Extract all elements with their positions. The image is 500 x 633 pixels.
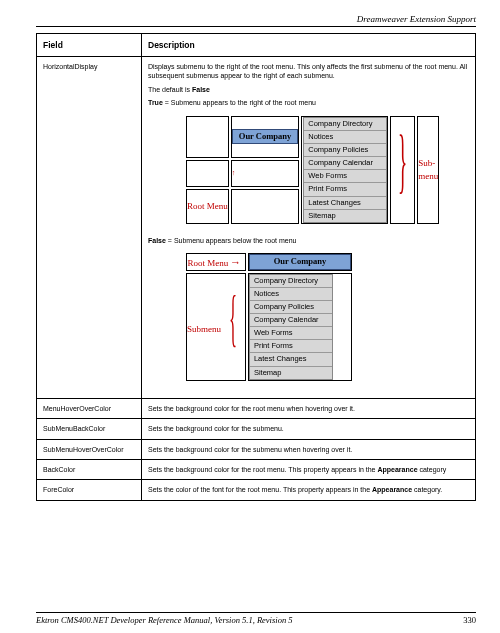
text: category.	[412, 486, 442, 493]
bottom-rule	[36, 612, 476, 613]
diagram-below: Root Menu → Our Company Submenu {	[184, 251, 469, 382]
submenu-label: Sub- menu	[418, 158, 438, 180]
desc-cell: Sets the color of the font for the root …	[142, 480, 476, 500]
text: Appearance	[372, 486, 412, 493]
menu-root: Our Company	[249, 254, 351, 269]
desc-cell: Sets the background color for the root m…	[142, 398, 476, 418]
diagram-right: Our Company Company Directory Notices Co…	[184, 114, 469, 226]
table-row: BackColor Sets the background color for …	[37, 459, 476, 479]
submenu-item: Sitemap	[304, 210, 386, 222]
field-cell: ForeColor	[37, 480, 142, 500]
submenu-list: Company Directory Notices Company Polici…	[249, 274, 333, 380]
text: False	[192, 86, 210, 93]
field-cell: MenuHoverOverColor	[37, 398, 142, 418]
diagram-layout: Root Menu → Our Company Submenu {	[184, 251, 354, 382]
menu-root: Our Company	[232, 129, 299, 144]
submenu-item: Company Directory	[250, 275, 332, 288]
footer: Ektron CMS400.NET Developer Reference Ma…	[36, 608, 476, 625]
text: = Submenu appears below the root menu	[166, 237, 297, 244]
submenu-item: Company Calendar	[250, 314, 332, 327]
root-menu-label: Root Menu	[187, 201, 228, 211]
col-desc: Description	[142, 34, 476, 57]
text: Appearance	[377, 466, 417, 473]
submenu-item: Company Policies	[250, 301, 332, 314]
desc-para: False = Submenu appears below the root m…	[148, 236, 469, 245]
desc-cell: Sets the background color for the submen…	[142, 439, 476, 459]
text: Sets the color of the font for the root …	[148, 486, 372, 493]
text: True	[148, 99, 163, 106]
text: The default is	[148, 86, 192, 93]
page-number: 330	[463, 615, 476, 625]
submenu-item: Company Calendar	[304, 157, 386, 170]
text: = Submenu appears to the right of the ro…	[163, 99, 316, 106]
submenu-item: Notices	[304, 131, 386, 144]
field-cell: BackColor	[37, 459, 142, 479]
desc-cell: Sets the background color for the root m…	[142, 459, 476, 479]
text: False	[148, 237, 166, 244]
submenu-item: Sitemap	[250, 367, 332, 379]
submenu-item: Web Forms	[304, 170, 386, 183]
desc-cell: Displays submenu to the right of the roo…	[142, 57, 476, 399]
table-header-row: Field Description	[37, 34, 476, 57]
col-field: Field	[37, 34, 142, 57]
table-row: SubMenuBackColor Sets the background col…	[37, 419, 476, 439]
desc-para: Displays submenu to the right of the roo…	[148, 62, 469, 81]
table-row: SubMenuHoverOverColor Sets the backgroun…	[37, 439, 476, 459]
properties-table: Field Description HorizontalDisplay Disp…	[36, 33, 476, 501]
submenu-label: Submenu	[187, 324, 221, 334]
arrow-up-icon: ↑	[231, 160, 300, 187]
table-row: HorizontalDisplay Displays submenu to th…	[37, 57, 476, 399]
table-row: ForeColor Sets the color of the font for…	[37, 480, 476, 500]
desc-para: The default is False	[148, 85, 469, 94]
footer-text: Ektron CMS400.NET Developer Reference Ma…	[36, 615, 293, 625]
top-rule	[36, 26, 476, 27]
submenu-item: Web Forms	[250, 327, 332, 340]
field-cell: SubMenuBackColor	[37, 419, 142, 439]
desc-cell: Sets the background color for the submen…	[142, 419, 476, 439]
submenu-item: Latest Changes	[250, 353, 332, 366]
diagram-layout: Our Company Company Directory Notices Co…	[184, 114, 441, 226]
submenu-item: Latest Changes	[304, 197, 386, 210]
submenu-item: Notices	[250, 288, 332, 301]
text: category	[418, 466, 447, 473]
submenu-list: Company Directory Notices Company Polici…	[303, 117, 387, 223]
running-head: Dreamweaver Extension Support	[36, 14, 476, 24]
field-cell: HorizontalDisplay	[37, 57, 142, 399]
submenu-item: Company Directory	[304, 118, 386, 131]
desc-para: True = Submenu appears to the right of t…	[148, 98, 469, 107]
page: Dreamweaver Extension Support Field Desc…	[0, 0, 500, 633]
table-row: MenuHoverOverColor Sets the background c…	[37, 398, 476, 418]
arrow-right-icon: →	[230, 256, 241, 268]
submenu-item: Company Policies	[304, 144, 386, 157]
text: Sets the background color for the root m…	[148, 466, 377, 473]
root-menu-label: Root Menu	[187, 258, 228, 268]
submenu-item: Print Forms	[250, 340, 332, 353]
field-cell: SubMenuHoverOverColor	[37, 439, 142, 459]
submenu-item: Print Forms	[304, 183, 386, 196]
